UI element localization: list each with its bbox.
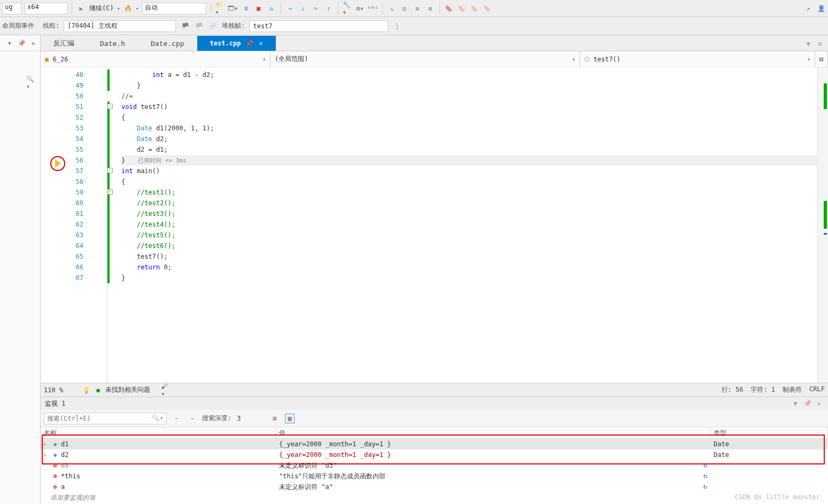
watch-row[interactable]: ⊗a未定义标识符 "a"↻: [41, 482, 828, 492]
more-icon[interactable]: ⋮: [392, 21, 402, 31]
platform-dropdown[interactable]: x64: [25, 3, 67, 14]
left-sidebar: ▼ 📌 ✕ 🔍▾: [0, 35, 41, 504]
line-indicator: 行: 56: [722, 385, 744, 394]
bookmark-icon[interactable]: 🔖: [457, 4, 467, 13]
tool-icon[interactable]: 🔧▾: [343, 4, 352, 13]
zoom-dropdown[interactable]: 110 %: [44, 386, 76, 394]
close-icon[interactable]: ✕: [259, 40, 262, 47]
pin-icon[interactable]: 📌: [246, 40, 253, 47]
thread-dropdown[interactable]: [70404] 主线程: [64, 20, 176, 32]
separator: [338, 3, 338, 14]
indent-icon[interactable]: ≡: [413, 4, 422, 13]
project-dropdown[interactable]: ▣ 6_26 ▾: [41, 51, 270, 67]
editor-tabs: 反汇编 Date.h Date.cpp test.cpp 📌 ✕ ▼ ⚙: [41, 35, 828, 51]
bulb-icon[interactable]: 💡: [81, 385, 91, 395]
fold-icon[interactable]: −: [107, 168, 113, 173]
func-icon: ⬡: [584, 56, 590, 63]
fold-icon[interactable]: −: [107, 189, 113, 195]
col-indicator: 字符: 1: [750, 385, 775, 394]
abc-icon[interactable]: ᵃᵇᶜ: [368, 4, 378, 13]
watch-panel: 监视 1 ▼ 📌 ✕ 🔍▾ ← → 搜索深度: 3 ⊞ ▦: [41, 397, 828, 504]
continue-button[interactable]: 继续(C): [89, 4, 114, 13]
scope-dropdown[interactable]: (全局范围) ▾: [270, 51, 580, 67]
step-over-icon[interactable]: →: [285, 4, 295, 13]
header-type[interactable]: 类型: [710, 427, 828, 438]
play-icon[interactable]: ▶: [76, 4, 86, 13]
overview-ruler[interactable]: [817, 67, 828, 383]
scope-label: (全局范围): [275, 55, 308, 64]
tab-disassembly[interactable]: 反汇编: [41, 36, 87, 51]
close-icon[interactable]: ✕: [814, 399, 824, 408]
chevron-down-icon[interactable]: ▼: [803, 39, 813, 49]
eol-indicator[interactable]: CRLF: [809, 385, 825, 394]
folder-icon[interactable]: 📁▾: [215, 4, 225, 13]
cursor-icon[interactable]: ↘: [387, 4, 397, 13]
window-icon[interactable]: 🗔▾: [228, 4, 238, 13]
code-content[interactable]: int a = d1 - d2; }//=void test7(){ Date …: [117, 67, 817, 383]
step-into-icon[interactable]: ↓: [298, 4, 308, 13]
hot-reload-icon[interactable]: 🔥: [123, 4, 133, 13]
chevron-down-icon[interactable]: ▼: [5, 38, 14, 48]
chevron-down-icon[interactable]: ▼: [791, 399, 800, 408]
bookmark-icon[interactable]: 🔖: [470, 4, 479, 13]
function-dropdown[interactable]: ⬡ test7() ▾: [580, 51, 815, 67]
issues-label: 未找到相关问题: [105, 385, 150, 394]
gear-icon[interactable]: ⚙: [815, 39, 825, 49]
pin-icon[interactable]: 📌: [802, 399, 812, 408]
separator: [281, 3, 281, 14]
add-watch-hint[interactable]: 添加要监视的项: [41, 492, 828, 504]
share-icon[interactable]: ↗: [803, 4, 813, 13]
pause-icon[interactable]: ⏸: [241, 4, 251, 13]
user-icon[interactable]: 👤: [816, 4, 826, 13]
fold-icon[interactable]: −: [107, 104, 113, 109]
bookmark-icon[interactable]: 🔖: [483, 4, 492, 13]
step-icon[interactable]: ↷: [311, 4, 321, 13]
tab-date-h[interactable]: Date.h: [87, 36, 138, 51]
link-icon[interactable]: 🔗: [208, 21, 218, 31]
watch-rows: ▷◈d1{_year=2000 _month=1 _day=1 }Date▷◈d…: [41, 439, 828, 492]
watch-row[interactable]: ⊗*this"this"只能用于非静态成员函数内部↻: [41, 471, 828, 482]
mode-dropdown[interactable]: 自动: [142, 3, 206, 14]
tool-icon[interactable]: ⚙▾: [355, 4, 365, 13]
brush-icon[interactable]: 🖌▾: [161, 385, 171, 395]
context-bar: ▣ 6_26 ▾ (全局范围) ▾ ⬡ test7() ▾ ⊟: [41, 51, 828, 67]
watch-row[interactable]: ⊗d3未定义标识符 "d3"↻: [41, 460, 828, 471]
pin-icon[interactable]: 📌: [17, 38, 26, 48]
watch-row[interactable]: ▷◈d2{_year=2000 _month=1 _day=1 }Date: [41, 449, 828, 460]
search-icon[interactable]: 🔍▾: [26, 78, 36, 88]
watch-row[interactable]: ▷◈d1{_year=2000 _month=1 _day=1 }Date: [41, 439, 828, 449]
restart-icon[interactable]: ↻: [267, 4, 276, 13]
separator: [439, 3, 440, 14]
bookmark-icon[interactable]: 🔖: [444, 4, 454, 13]
close-icon[interactable]: ✕: [28, 38, 38, 48]
execution-pointer-icon: [50, 156, 65, 171]
tab-test-cpp[interactable]: test.cpp 📌 ✕: [197, 36, 276, 51]
separator: [382, 3, 383, 14]
config-dropdown[interactable]: ug: [2, 3, 21, 14]
flag-icon[interactable]: 🏴: [194, 21, 204, 31]
header-value[interactable]: 值: [276, 427, 710, 438]
tab-label: test.cpp: [210, 40, 241, 47]
stop-icon[interactable]: ■: [254, 4, 264, 13]
stackframe-label: 堆栈帧:: [222, 21, 245, 30]
view-icon[interactable]: ▦: [285, 414, 295, 423]
split-icon[interactable]: ⊟: [815, 51, 828, 67]
depth-dropdown[interactable]: 3: [237, 415, 259, 422]
search-icon[interactable]: 🔍▾: [152, 414, 164, 422]
tabs-indicator[interactable]: 制表符: [783, 385, 802, 394]
separator: [72, 3, 72, 14]
flag-icon[interactable]: 🏴: [180, 21, 190, 31]
tab-date-cpp[interactable]: Date.cpp: [138, 36, 197, 51]
format-icon[interactable]: ▦: [400, 4, 409, 13]
thread-label: 线程:: [43, 21, 59, 30]
step-out-icon[interactable]: ↑: [324, 4, 334, 13]
search-input[interactable]: [44, 413, 167, 424]
code-editor[interactable]: 4849505152535455565758596061626364656667…: [41, 67, 828, 383]
back-icon[interactable]: ←: [172, 414, 182, 423]
project-icon: ▣: [45, 56, 49, 63]
grid-icon[interactable]: ⊞: [270, 414, 280, 423]
forward-icon[interactable]: →: [187, 414, 197, 423]
outdent-icon[interactable]: ≡: [425, 4, 435, 13]
header-name[interactable]: 名称: [41, 427, 276, 438]
stackframe-dropdown[interactable]: test7: [249, 20, 388, 32]
